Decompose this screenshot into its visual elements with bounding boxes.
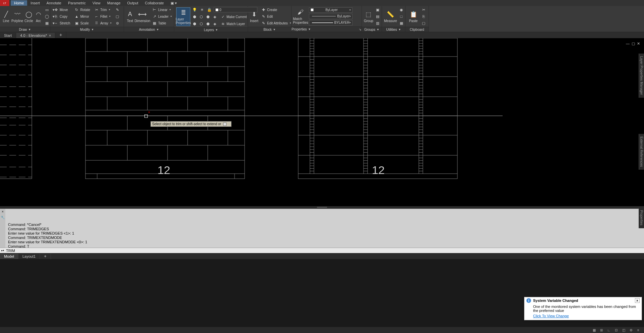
circle-button[interactable]: ◯Circle <box>24 7 33 26</box>
lock-icon[interactable]: 🔒 <box>206 7 212 13</box>
status-icon[interactable]: ≡ <box>635 328 641 332</box>
cmd-arrow-icon[interactable]: ▸▾ <box>1 249 4 252</box>
panel-title-modify[interactable]: Modify▼ <box>50 27 124 32</box>
sun-icon[interactable]: ☀ <box>199 7 205 13</box>
drawing-canvas[interactable]: 12 12 × Select object to trim or shift-s… <box>0 38 644 206</box>
panel-title-groups[interactable]: Groups▼ <box>362 27 382 32</box>
menu-tab-output[interactable]: Output <box>124 0 142 6</box>
lstate1-icon[interactable]: ⬢ <box>192 14 198 20</box>
erase-icon[interactable]: ✎ <box>114 7 120 13</box>
linetype-combo[interactable]: ByLayer▾ <box>309 14 352 19</box>
grp3-icon[interactable]: ▥ <box>375 20 381 26</box>
menu-tab-home[interactable]: Home <box>11 0 27 6</box>
leader-button[interactable]: ↗Leader▾ <box>151 13 173 19</box>
array-button[interactable]: ⠿Array▾ <box>93 20 113 26</box>
cmd-wrench-icon[interactable]: 🔧 <box>1 215 5 220</box>
lstate3-icon[interactable]: ⬣ <box>205 14 211 20</box>
panel-title-properties[interactable]: Properties▼↘ <box>292 26 362 32</box>
menu-tab-parametric[interactable]: Parametric <box>65 0 89 6</box>
copy-button[interactable]: ⎘Copy <box>52 13 72 19</box>
hatch-icon[interactable]: ▦ <box>44 20 50 26</box>
lstate8-icon[interactable]: ◈ <box>212 21 218 27</box>
menu-tab-view[interactable]: View <box>89 0 104 6</box>
tooltip-toggle-icon[interactable] <box>223 122 227 126</box>
create-button[interactable]: ✚Create <box>260 7 293 13</box>
close-icon[interactable]: × <box>49 34 51 37</box>
arc-button[interactable]: ◠Arc <box>35 7 43 26</box>
polyline-button[interactable]: 〰Polyline <box>11 7 23 26</box>
util2-icon[interactable]: □ <box>398 13 404 19</box>
measure-button[interactable]: 📏Measure <box>384 7 397 26</box>
grp1-icon[interactable]: ▣ <box>375 7 381 13</box>
lstate2-icon[interactable]: ⬡ <box>198 14 204 20</box>
stretch-button[interactable]: ↔Stretch <box>52 20 72 26</box>
status-icon[interactable]: ⊞ <box>598 328 604 332</box>
notification-link[interactable]: Click To View Change <box>524 313 642 320</box>
dimension-button[interactable]: ⟷Dimension <box>135 7 149 26</box>
edit-attributes-button[interactable]: ✎Edit Attributes▾ <box>260 20 293 26</box>
clip-icon[interactable]: ▢ <box>421 20 427 26</box>
panel-title-clipboard[interactable]: Clipboard <box>405 27 429 32</box>
minimize-icon[interactable]: — <box>626 41 630 46</box>
fillet-button[interactable]: ⌐Fillet▾ <box>93 13 113 19</box>
line-button[interactable]: ╱Line <box>2 7 10 26</box>
status-icon[interactable]: ▦ <box>591 328 597 332</box>
tab-model[interactable]: Model <box>0 254 18 259</box>
layer-properties-button[interactable]: ≣Layer Properties <box>176 7 190 26</box>
panel-title-draw[interactable]: Draw▼ <box>0 27 50 32</box>
restore-icon[interactable]: ▢ <box>632 41 635 46</box>
app-logo[interactable]: LT <box>0 0 9 6</box>
lstate5-icon[interactable]: ⬢ <box>192 21 198 27</box>
command-input[interactable]: ▸▾ TRIM <box>0 248 644 253</box>
tab-new[interactable]: + <box>55 31 66 38</box>
tab-layout1[interactable]: Layout1 <box>18 254 40 259</box>
tab-layout-new[interactable]: + <box>40 253 51 259</box>
panel-title-annotation[interactable]: Annotation▼ <box>124 27 174 32</box>
menu-tab-extra[interactable]: ▣ ▾ <box>167 0 180 6</box>
mirror-button[interactable]: ▲Mirror <box>73 13 91 19</box>
explode-icon[interactable]: ▢ <box>114 13 120 19</box>
close-view-icon[interactable]: ✕ <box>637 41 640 46</box>
menu-tab-collaborate[interactable]: Collaborate <box>142 0 167 6</box>
tab-active-file[interactable]: 4.0 - Elevations*× <box>16 33 55 38</box>
rect-icon[interactable]: ▭ <box>44 7 50 13</box>
grp2-icon[interactable]: ▤ <box>375 13 381 19</box>
panel-title-utilities[interactable]: Utilities▼ <box>382 27 405 32</box>
menu-tab-insert[interactable]: Insert <box>27 0 43 6</box>
paste-button[interactable]: 📋Paste <box>407 7 419 26</box>
status-icon[interactable]: ∟ <box>606 328 612 332</box>
cut-icon[interactable]: ✂ <box>421 7 427 13</box>
lstate4-icon[interactable]: ◈ <box>212 14 218 20</box>
offset-icon[interactable]: ⊜ <box>114 20 120 26</box>
palette-layer-properties[interactable]: Layer Properties Manager <box>639 54 644 98</box>
match-properties-button[interactable]: 🖌Match Properties <box>294 7 308 26</box>
make-current-button[interactable]: ✓Make Current <box>219 14 248 20</box>
move-button[interactable]: ✥Move <box>52 7 72 13</box>
status-icon[interactable]: ⊡ <box>613 328 619 332</box>
panel-title-layers[interactable]: Layers▼ <box>174 27 248 32</box>
copy2-icon[interactable]: ⎘ <box>421 13 427 19</box>
status-icon[interactable]: ◫ <box>621 328 627 332</box>
trim-button[interactable]: ✂Trim▾ <box>93 7 113 13</box>
color-combo[interactable]: ByLayer▾ <box>309 7 352 13</box>
command-history[interactable]: × 🔧 Command: *Cancel* Command: TRIMEDGES… <box>0 209 644 248</box>
rotate-button[interactable]: ↻Rotate <box>73 7 91 13</box>
bulb-icon[interactable]: 💡 <box>192 7 198 13</box>
status-icon[interactable]: ⚙ <box>628 328 634 332</box>
scale-button[interactable]: ▣Scale <box>73 20 91 26</box>
lineweight-combo[interactable]: BYLAYER▾ <box>309 20 352 25</box>
util1-icon[interactable]: ◉ <box>398 7 404 13</box>
notification-close-icon[interactable]: × <box>635 298 640 303</box>
ellipse-icon[interactable]: ◯ <box>44 13 50 19</box>
panel-title-block[interactable]: Block▼ <box>248 27 291 32</box>
lstate6-icon[interactable]: ⬡ <box>198 21 204 27</box>
linear-button[interactable]: ⊢Linear▾ <box>151 7 173 13</box>
cmd-close-icon[interactable]: × <box>2 210 4 214</box>
menu-tab-manage[interactable]: Manage <box>104 0 124 6</box>
text-button[interactable]: AText <box>126 7 134 26</box>
edit-button[interactable]: ✎Edit <box>260 13 293 19</box>
lstate7-icon[interactable]: ⬣ <box>205 21 211 27</box>
menu-tab-annotate[interactable]: Annotate <box>43 0 65 6</box>
palette-external-references[interactable]: External References <box>639 134 644 170</box>
util3-icon[interactable]: ▦ <box>398 20 404 26</box>
